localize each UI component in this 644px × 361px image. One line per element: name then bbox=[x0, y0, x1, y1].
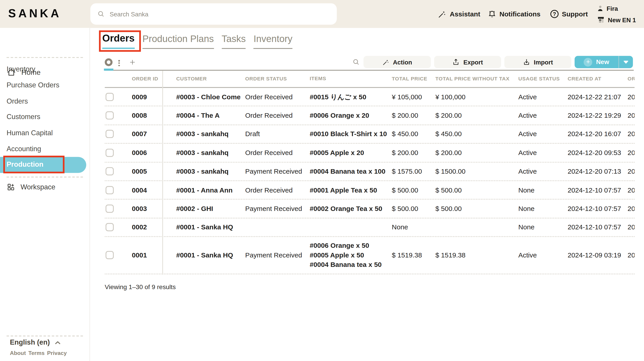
import-button[interactable]: Import bbox=[504, 56, 571, 68]
table-top-border bbox=[105, 70, 634, 70]
row-checkbox[interactable] bbox=[106, 149, 114, 157]
footer-link-terms[interactable]: Terms bbox=[28, 350, 44, 356]
cell-clipped: 20 bbox=[628, 205, 634, 213]
item-line: #0004 Banana tea x 100 bbox=[310, 167, 386, 176]
cell-customer: #0001 - Sanka HQ bbox=[176, 251, 233, 259]
cell-total-price: $ 450.00 bbox=[392, 130, 418, 138]
export-button[interactable]: Export bbox=[434, 56, 501, 68]
notifications-button[interactable]: Notifications bbox=[488, 0, 540, 28]
row-checkbox[interactable] bbox=[106, 186, 114, 194]
cell-clipped: 20 bbox=[628, 149, 634, 157]
cell-order-status: Order Received bbox=[245, 149, 293, 157]
cell-clipped: 20 bbox=[628, 130, 634, 138]
table-row[interactable]: 0005#0003 - sankahqPayment Received$ 157… bbox=[105, 162, 634, 181]
table-row[interactable]: 0009#0003 - Chloe ComeOrder Received¥ 10… bbox=[105, 88, 634, 106]
item-line: #0004 Banana tea x 50 bbox=[310, 260, 382, 269]
cell-order-status: Order Received bbox=[245, 112, 293, 120]
cell-customer: #0003 - sankahq bbox=[176, 130, 228, 138]
table-search-icon[interactable] bbox=[352, 58, 360, 66]
support-button[interactable]: ? Support bbox=[550, 0, 588, 28]
workspace-name: New EN 1 bbox=[608, 16, 636, 23]
cell-total-price-without-tax: $ 500.00 bbox=[435, 205, 462, 213]
column-header-items: ITEMS bbox=[310, 74, 326, 84]
sidebar-item-customers[interactable]: Customers bbox=[0, 109, 90, 125]
table-body: 0009#0003 - Chloe ComeOrder Received¥ 10… bbox=[105, 88, 634, 274]
footer-link-about[interactable]: About bbox=[10, 350, 26, 356]
cell-total-price: $ 500.00 bbox=[392, 186, 418, 194]
language-selector[interactable]: English (en) bbox=[10, 338, 61, 347]
cell-usage-status: None bbox=[518, 205, 534, 213]
sidebar-item-human-capital[interactable]: Human Capital bbox=[0, 125, 90, 141]
cell-created-at: 2024-12-10 07:57 bbox=[568, 205, 621, 213]
new-label: New bbox=[596, 58, 609, 66]
row-checkbox[interactable] bbox=[106, 205, 114, 213]
tab-tasks[interactable]: Tasks bbox=[222, 33, 246, 49]
global-search[interactable] bbox=[90, 3, 337, 25]
row-checkbox[interactable] bbox=[106, 251, 114, 260]
new-button[interactable]: + New bbox=[574, 56, 618, 68]
support-label: Support bbox=[562, 10, 588, 18]
sidebar-item-workspace[interactable]: Workspace bbox=[6, 183, 55, 192]
cell-items: #0006 Orange x 20 bbox=[310, 111, 369, 120]
footer-link-privacy[interactable]: Privacy bbox=[47, 350, 67, 356]
cell-order-id: 0008 bbox=[132, 112, 147, 120]
tab-orders[interactable]: Orders bbox=[102, 32, 134, 49]
sidebar-item-orders[interactable]: Orders bbox=[0, 94, 90, 110]
table-row[interactable]: 0004#0001 - Anna AnnOrder Received$ 500.… bbox=[105, 181, 634, 200]
cell-created-at: 2024-12-09 03:19 bbox=[568, 251, 621, 259]
bell-icon bbox=[488, 10, 496, 18]
sidebar-item-inventory[interactable]: Inventory bbox=[0, 62, 90, 78]
column-header-clipped: OR bbox=[628, 76, 634, 82]
tab-inventory[interactable]: Inventory bbox=[254, 33, 292, 49]
page-tabs: OrdersProduction PlansTasksInventory bbox=[102, 32, 292, 49]
cell-items: #0006 Orange x 50#0005 Apple x 50#0004 B… bbox=[310, 241, 382, 269]
cell-customer: #0003 - sankahq bbox=[176, 168, 228, 176]
column-header-wotax: TOTAL PRICE WITHOUT TAX bbox=[435, 76, 510, 82]
sidebar-item-purchase-orders[interactable]: Purchase Orders bbox=[0, 78, 90, 94]
assistant-button[interactable]: Assistant bbox=[438, 0, 480, 28]
new-dropdown-button[interactable] bbox=[619, 56, 633, 68]
row-checkbox[interactable] bbox=[106, 130, 114, 138]
action-button[interactable]: Action bbox=[364, 56, 431, 68]
language-label: English (en) bbox=[10, 338, 50, 347]
tab-production-plans[interactable]: Production Plans bbox=[142, 33, 214, 49]
search-icon bbox=[97, 10, 105, 18]
item-line: #0006 Orange x 20 bbox=[310, 111, 369, 120]
table-row[interactable]: 0001#0001 - Sanka HQPayment Received$ 15… bbox=[105, 237, 634, 274]
row-checkbox[interactable] bbox=[106, 93, 114, 101]
cell-created-at: 2024-12-20 16:07 bbox=[568, 130, 621, 138]
cell-created-at: 2024-12-22 19:29 bbox=[568, 112, 621, 120]
cell-order-status: Payment Received bbox=[245, 251, 302, 259]
table-row[interactable]: 0002#0001 - Sanka HQNoneNone2024-12-10 0… bbox=[105, 218, 634, 237]
item-line: #0005 Apple x 50 bbox=[310, 250, 382, 260]
table-row[interactable]: 0008#0004 - The AOrder Received$ 200.00$… bbox=[105, 106, 634, 125]
assistant-label: Assistant bbox=[450, 10, 480, 18]
action-label: Action bbox=[393, 59, 412, 66]
caret-down-icon bbox=[623, 60, 629, 64]
table-row[interactable]: 0003#0002 - GHIPayment Received$ 500.00$… bbox=[105, 200, 634, 218]
sidebar-item-accounting[interactable]: Accounting bbox=[0, 141, 90, 157]
row-checkbox[interactable] bbox=[106, 167, 114, 176]
cell-usage-status: Active bbox=[518, 149, 537, 157]
search-input[interactable] bbox=[109, 10, 308, 18]
table-row[interactable]: 0006#0003 - sankahqOrder Received$ 200.0… bbox=[105, 144, 634, 162]
view-circle-icon[interactable] bbox=[105, 58, 112, 66]
column-header-stat: ORDER STATUS bbox=[245, 76, 287, 82]
cell-order-id: 0003 bbox=[132, 205, 147, 213]
item-line: #0015 りんご x 50 bbox=[310, 92, 366, 102]
table-row[interactable]: 0007#0003 - sankahqDraft$ 450.00$ 450.00… bbox=[105, 125, 634, 144]
app-window: SANKA Assistant bbox=[0, 0, 644, 361]
sidebar-item-production[interactable]: Production bbox=[0, 157, 86, 173]
kebab-menu-icon[interactable] bbox=[118, 60, 120, 66]
export-label: Export bbox=[464, 59, 483, 66]
plus-circle-icon: + bbox=[584, 58, 592, 66]
cell-order-id: 0001 bbox=[132, 251, 147, 259]
add-view-icon[interactable] bbox=[129, 59, 136, 66]
export-icon bbox=[452, 58, 460, 66]
row-checkbox[interactable] bbox=[106, 223, 114, 232]
cell-total-price: $ 1575.00 bbox=[392, 168, 422, 176]
cell-clipped: 20 bbox=[628, 224, 634, 232]
row-checkbox[interactable] bbox=[106, 112, 114, 120]
cell-items: #0002 Orange Tea x 50 bbox=[310, 204, 382, 214]
user-menu[interactable]: Fira New EN 1 bbox=[597, 2, 642, 26]
